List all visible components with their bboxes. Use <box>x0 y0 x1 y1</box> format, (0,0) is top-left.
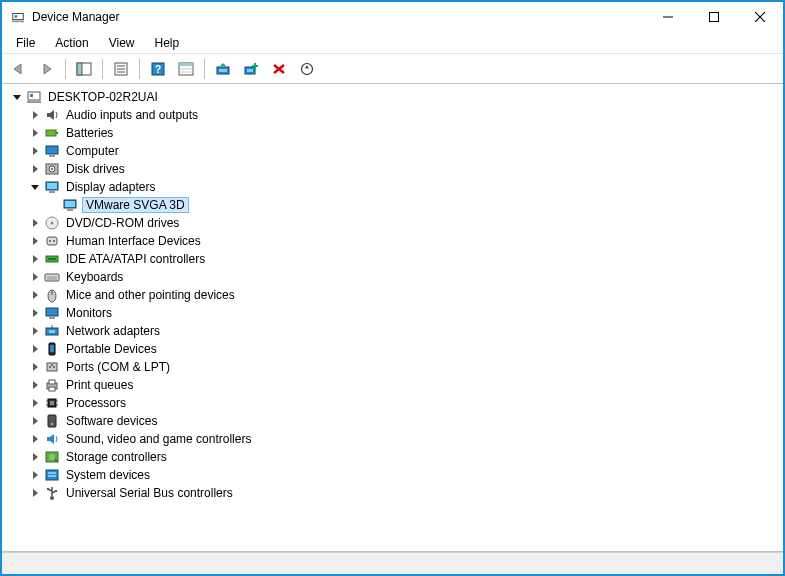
tree-node-label: Ports (COM & LPT) <box>64 360 172 374</box>
collapse-icon[interactable] <box>28 180 42 194</box>
maximize-button[interactable] <box>691 2 737 32</box>
expand-icon[interactable] <box>28 288 42 302</box>
statusbar <box>2 552 783 574</box>
svg-rect-8 <box>77 63 82 75</box>
menu-action[interactable]: Action <box>47 34 96 52</box>
toolbar-separator <box>65 59 66 79</box>
tree-category-node[interactable]: Disk drives <box>2 160 783 178</box>
svg-point-45 <box>51 222 54 225</box>
tree-category-node[interactable]: Ports (COM & LPT) <box>2 358 783 376</box>
tree-category-node[interactable]: Batteries <box>2 124 783 142</box>
expand-icon[interactable] <box>28 306 42 320</box>
tree-category-node[interactable]: Keyboards <box>2 268 783 286</box>
close-button[interactable] <box>737 2 783 32</box>
tree-node-label: IDE ATA/ATAPI controllers <box>64 252 207 266</box>
toolbar-separator <box>204 59 205 79</box>
tree-category-node[interactable]: Print queues <box>2 376 783 394</box>
expand-icon[interactable] <box>28 108 42 122</box>
expand-icon[interactable] <box>28 360 42 374</box>
tree-category-node[interactable]: Universal Serial Bus controllers <box>2 484 783 502</box>
forward-button[interactable] <box>34 57 60 81</box>
svg-rect-30 <box>27 101 41 103</box>
tree-device-node[interactable]: VMware SVGA 3D <box>2 196 783 214</box>
ports-icon <box>44 359 60 375</box>
show-hide-console-tree-button[interactable] <box>71 57 97 81</box>
tree-category-node[interactable]: Network adapters <box>2 322 783 340</box>
expand-icon[interactable] <box>28 162 42 176</box>
disable-device-button[interactable] <box>266 57 292 81</box>
expand-icon[interactable] <box>28 270 42 284</box>
menu-file[interactable]: File <box>8 34 43 52</box>
properties-button[interactable] <box>108 57 134 81</box>
menu-help[interactable]: Help <box>147 34 188 52</box>
expand-icon[interactable] <box>28 396 42 410</box>
tree-category-node[interactable]: Sound, video and game controllers <box>2 430 783 448</box>
tree-category-node[interactable]: Mice and other pointing devices <box>2 286 783 304</box>
tree-category-node[interactable]: DVD/CD-ROM drives <box>2 214 783 232</box>
tree-category-node[interactable]: IDE ATA/ATAPI controllers <box>2 250 783 268</box>
usb-icon <box>44 485 60 501</box>
detail-view-button[interactable] <box>173 57 199 81</box>
expand-icon[interactable] <box>28 144 42 158</box>
svg-point-66 <box>51 364 53 366</box>
svg-rect-69 <box>49 387 55 391</box>
expand-icon[interactable] <box>28 378 42 392</box>
tree-node-label: Computer <box>64 144 121 158</box>
collapse-icon[interactable] <box>10 90 24 104</box>
expand-icon[interactable] <box>28 486 42 500</box>
tree-category-node[interactable]: Processors <box>2 394 783 412</box>
dvd-icon <box>44 215 60 231</box>
svg-rect-68 <box>49 380 55 384</box>
tree-node-label: DESKTOP-02R2UAI <box>46 90 160 104</box>
battery-icon <box>44 125 60 141</box>
tree-category-node[interactable]: Software devices <box>2 412 783 430</box>
back-button[interactable] <box>6 57 32 81</box>
expand-icon[interactable] <box>28 216 42 230</box>
tree-node-label: Processors <box>64 396 128 410</box>
tree-category-node[interactable]: System devices <box>2 466 783 484</box>
svg-rect-33 <box>46 146 58 154</box>
tree-node-label: Disk drives <box>64 162 127 176</box>
menu-view[interactable]: View <box>101 34 143 52</box>
expand-icon[interactable] <box>28 234 42 248</box>
expand-icon[interactable] <box>28 324 42 338</box>
svg-rect-62 <box>50 345 54 352</box>
svg-rect-71 <box>50 401 54 405</box>
expand-icon[interactable] <box>28 414 42 428</box>
svg-rect-81 <box>48 472 56 474</box>
expand-icon[interactable] <box>28 468 42 482</box>
tree-category-node[interactable]: Audio inputs and outputs <box>2 106 783 124</box>
tree-category-node[interactable]: Storage controllers <box>2 448 783 466</box>
help-button[interactable]: ? <box>145 57 171 81</box>
update-driver-button[interactable] <box>210 57 236 81</box>
tree-category-node[interactable]: Portable Devices <box>2 340 783 358</box>
svg-point-65 <box>53 366 55 368</box>
printers-icon <box>44 377 60 393</box>
expand-icon[interactable] <box>28 432 42 446</box>
svg-rect-34 <box>49 155 55 157</box>
window-title: Device Manager <box>32 10 119 24</box>
svg-rect-76 <box>48 415 56 427</box>
svg-rect-31 <box>46 130 56 136</box>
expand-icon[interactable] <box>28 252 42 266</box>
expand-icon[interactable] <box>28 450 42 464</box>
svg-rect-28 <box>28 92 40 100</box>
ide-icon <box>44 251 60 267</box>
tree-node-label: Human Interface Devices <box>64 234 203 248</box>
scan-hardware-button[interactable] <box>294 57 320 81</box>
tree-category-node[interactable]: Computer <box>2 142 783 160</box>
device-tree[interactable]: DESKTOP-02R2UAIAudio inputs and outputsB… <box>2 84 783 552</box>
svg-point-47 <box>49 240 51 242</box>
expand-icon[interactable] <box>28 126 42 140</box>
svg-point-77 <box>51 423 53 425</box>
tree-node-label: Sound, video and game controllers <box>64 432 253 446</box>
svg-rect-46 <box>47 237 57 245</box>
uninstall-device-button[interactable] <box>238 57 264 81</box>
expand-icon[interactable] <box>28 342 42 356</box>
tree-category-node[interactable]: Human Interface Devices <box>2 232 783 250</box>
tree-root-node[interactable]: DESKTOP-02R2UAI <box>2 88 783 106</box>
minimize-button[interactable] <box>645 2 691 32</box>
tree-category-node[interactable]: Display adapters <box>2 178 783 196</box>
tree-category-node[interactable]: Monitors <box>2 304 783 322</box>
audio-icon <box>44 107 60 123</box>
